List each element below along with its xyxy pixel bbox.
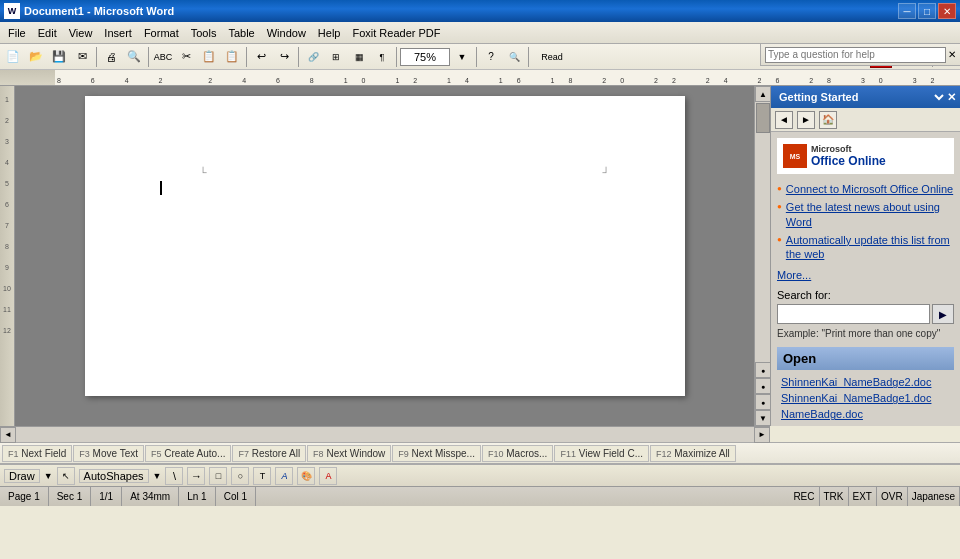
preview-button[interactable]: 🔍: [123, 46, 145, 68]
fkey-nextfield[interactable]: F1 Next Field: [2, 445, 72, 462]
panel-home-button[interactable]: 🏠: [819, 111, 837, 129]
search-button[interactable]: 🔍: [503, 46, 525, 68]
hscroll-track[interactable]: [16, 427, 754, 442]
copy-button[interactable]: 📋: [198, 46, 220, 68]
draw-color-btn[interactable]: 🎨: [297, 467, 315, 485]
panel-close-icon[interactable]: ✕: [947, 91, 956, 104]
menu-table[interactable]: Table: [222, 25, 260, 41]
menu-tools[interactable]: Tools: [185, 25, 223, 41]
bullet-icon-3: ●: [777, 235, 782, 244]
panel-file-4[interactable]: NameBadge.doc: [777, 422, 954, 426]
draw-line-btn[interactable]: \: [165, 467, 183, 485]
panel-link-1[interactable]: ● Connect to Microsoft Office Online: [777, 182, 954, 196]
draw-oval-btn[interactable]: ○: [231, 467, 249, 485]
doc-area[interactable]: └ ┘: [15, 86, 754, 426]
panel-link-3-text[interactable]: Automatically update this list from the …: [786, 233, 954, 262]
print-button[interactable]: 🖨: [100, 46, 122, 68]
undo-button[interactable]: ↩: [250, 46, 272, 68]
fkey-nextwindow[interactable]: F8 Next Window: [307, 445, 391, 462]
close-button[interactable]: ✕: [938, 3, 956, 19]
show-btn[interactable]: ¶: [371, 46, 393, 68]
new-button[interactable]: 📄: [2, 46, 24, 68]
panel-search-row: ▶: [777, 304, 954, 324]
status-col: Col 1: [216, 487, 256, 506]
menu-help[interactable]: Help: [312, 25, 347, 41]
draw-rect-btn[interactable]: □: [209, 467, 227, 485]
email-button[interactable]: ✉: [71, 46, 93, 68]
hscroll-right-btn[interactable]: ►: [754, 427, 770, 443]
panel-file-3[interactable]: NameBadge.doc: [777, 406, 954, 422]
paste-button[interactable]: 📋: [221, 46, 243, 68]
panel-link-2-text[interactable]: Get the latest news about using Word: [786, 200, 954, 229]
hscroll-left-btn[interactable]: ◄: [0, 427, 16, 443]
panel-back-button[interactable]: ◄: [775, 111, 793, 129]
scroll-down-btn[interactable]: ▼: [755, 410, 771, 426]
panel-file-1[interactable]: ShinnenKai_NameBadge2.doc: [777, 374, 954, 390]
app-icon: W: [4, 3, 20, 19]
menu-edit[interactable]: Edit: [32, 25, 63, 41]
question-bar: ✕: [760, 44, 960, 66]
panel-search-go-button[interactable]: ▶: [932, 304, 954, 324]
fkey-nextmisspe[interactable]: F9 Next Misspe...: [392, 445, 481, 462]
minimize-button[interactable]: ─: [898, 3, 916, 19]
fkey-movetext[interactable]: F3 Move Text: [73, 445, 144, 462]
fkey-createauto[interactable]: F5 Create Auto...: [145, 445, 231, 462]
panel-file-2[interactable]: ShinnenKai_NameBadge1.doc: [777, 390, 954, 406]
draw-textbox-btn[interactable]: T: [253, 467, 271, 485]
sep5: [396, 47, 397, 67]
menu-file[interactable]: File: [2, 25, 32, 41]
status-page: Page 1: [0, 487, 49, 506]
menu-insert[interactable]: Insert: [98, 25, 138, 41]
autoshapes-button[interactable]: AutoShapes: [79, 469, 149, 483]
scroll-browse-up[interactable]: ●: [755, 362, 771, 378]
fkey-viewfield[interactable]: F11 View Field C...: [554, 445, 649, 462]
panel-link-3[interactable]: ● Automatically update this list from th…: [777, 233, 954, 262]
fkey-macros[interactable]: F10 Macros...: [482, 445, 553, 462]
vertical-scrollbar[interactable]: ▲ ● ● ● ▼: [754, 86, 770, 426]
status-ln: Ln 1: [179, 487, 215, 506]
zoom-input[interactable]: [400, 48, 450, 66]
text-cursor: [160, 181, 162, 195]
scroll-thumb[interactable]: [756, 103, 770, 133]
read-button[interactable]: Read: [532, 46, 572, 68]
scroll-browse-down[interactable]: ●: [755, 394, 771, 410]
open-button[interactable]: 📂: [25, 46, 47, 68]
panel-nav: ◄ ► 🏠: [771, 108, 960, 132]
spell-button[interactable]: ABC: [152, 46, 174, 68]
font-color-btn[interactable]: A: [319, 467, 337, 485]
hyperlink-button[interactable]: 🔗: [302, 46, 324, 68]
scroll-select-browse[interactable]: ●: [755, 378, 771, 394]
columns-button[interactable]: ▦: [348, 46, 370, 68]
autoshapes-dropdown[interactable]: ▼: [153, 471, 162, 481]
help-button[interactable]: ?: [480, 46, 502, 68]
draw-button[interactable]: Draw: [4, 469, 40, 483]
question-close-icon[interactable]: ✕: [948, 49, 956, 60]
panel-title-select[interactable]: Getting Started: [775, 88, 947, 106]
tb-small-btn-1[interactable]: ↖: [57, 467, 75, 485]
menu-window[interactable]: Window: [261, 25, 312, 41]
question-input[interactable]: [765, 47, 946, 63]
draw-arrow-btn[interactable]: →: [187, 467, 205, 485]
horizontal-scrollbar[interactable]: ◄ ►: [0, 426, 770, 442]
sep2: [148, 47, 149, 67]
cut-button[interactable]: ✂: [175, 46, 197, 68]
maximize-button[interactable]: □: [918, 3, 936, 19]
menu-view[interactable]: View: [63, 25, 99, 41]
panel-forward-button[interactable]: ►: [797, 111, 815, 129]
save-button[interactable]: 💾: [48, 46, 70, 68]
panel-more-link[interactable]: More...: [777, 269, 954, 281]
panel-search-input[interactable]: [777, 304, 930, 324]
fkey-restoreall[interactable]: F7 Restore All: [232, 445, 306, 462]
fkey-maximizeall[interactable]: F12 Maximize All: [650, 445, 736, 462]
panel-link-2[interactable]: ● Get the latest news about using Word: [777, 200, 954, 229]
table-button[interactable]: ⊞: [325, 46, 347, 68]
redo-button[interactable]: ↪: [273, 46, 295, 68]
zoom-dropdown[interactable]: ▼: [451, 46, 473, 68]
scroll-up-btn[interactable]: ▲: [755, 86, 771, 102]
office-online-label: Office Online: [811, 154, 886, 168]
menu-foxit[interactable]: Foxit Reader PDF: [346, 25, 446, 41]
insert-wordart-btn[interactable]: A: [275, 467, 293, 485]
menu-format[interactable]: Format: [138, 25, 185, 41]
draw-dropdown[interactable]: ▼: [44, 471, 53, 481]
panel-link-1-text[interactable]: Connect to Microsoft Office Online: [786, 182, 953, 196]
